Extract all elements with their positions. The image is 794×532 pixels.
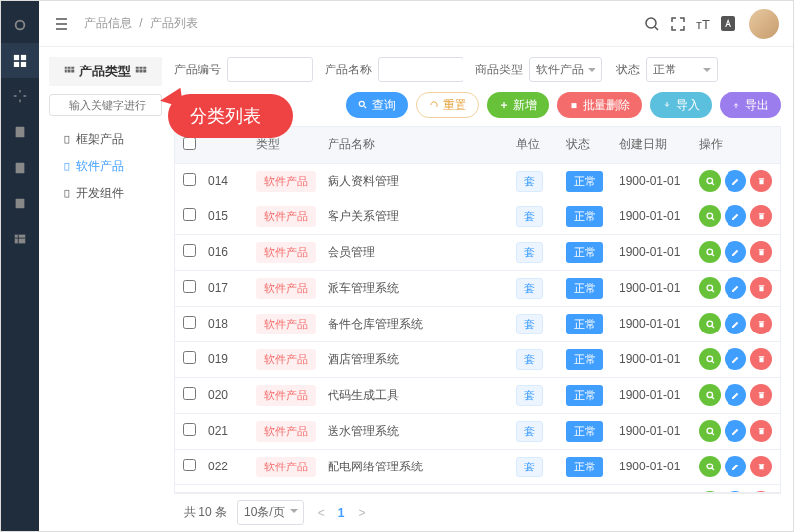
pagination: 共 10 条 10条/页 < 1 >	[174, 493, 781, 531]
language-badge[interactable]: A	[721, 16, 735, 31]
rail-dashboard[interactable]	[1, 7, 39, 43]
row-checkbox[interactable]	[183, 173, 196, 186]
cell-name: 病人资料管理	[322, 163, 510, 199]
page-prev[interactable]: <	[314, 506, 329, 520]
breadcrumb-1[interactable]: 产品信息	[84, 16, 132, 30]
unit-tag: 套	[516, 314, 543, 334]
svg-rect-19	[136, 70, 139, 73]
delete-button[interactable]	[750, 170, 772, 192]
delete-button[interactable]	[750, 456, 772, 477]
svg-rect-33	[759, 250, 763, 255]
label-name: 产品名称	[325, 62, 372, 78]
search-icon	[358, 100, 368, 110]
edit-button[interactable]	[725, 420, 746, 442]
svg-point-28	[707, 178, 713, 184]
view-button[interactable]	[699, 277, 721, 299]
rail-table[interactable]	[1, 221, 39, 257]
edit-button[interactable]	[725, 348, 746, 370]
table-row: 019软件产品酒店管理系统套正常1900-01-01	[175, 341, 780, 377]
rail-doc3[interactable]	[1, 186, 39, 221]
edit-button[interactable]	[725, 384, 746, 406]
rail-doc1[interactable]	[1, 114, 39, 150]
category-tree: 框架产品软件产品开发组件	[49, 126, 162, 206]
page-size-select[interactable]: 10条/页	[237, 500, 304, 525]
view-button[interactable]	[699, 384, 721, 406]
view-button[interactable]	[699, 241, 721, 263]
add-button[interactable]: 新增	[487, 92, 549, 118]
side-panel: 产品类型 框架产品软件产品开发组件	[39, 47, 172, 531]
row-checkbox[interactable]	[183, 423, 196, 436]
svg-rect-29	[759, 179, 763, 184]
svg-point-34	[707, 285, 713, 291]
page-current[interactable]: 1	[338, 506, 345, 520]
product-table: 类型 产品名称 单位 状态 创建日期 操作 014软件产品病人资料管理套正常19…	[175, 127, 780, 493]
row-checkbox[interactable]	[183, 387, 196, 400]
cell-name: 会员管理	[322, 234, 510, 270]
select-category[interactable]: 软件产品	[529, 57, 602, 82]
fullscreen-icon[interactable]	[669, 15, 687, 33]
rail-grid[interactable]	[1, 43, 39, 78]
label-category: 商品类型	[475, 62, 523, 78]
type-tag: 软件产品	[256, 457, 316, 477]
cell-date: 1900-01-01	[613, 234, 693, 270]
row-checkbox[interactable]	[183, 244, 196, 257]
edit-button[interactable]	[725, 170, 746, 192]
font-size-icon[interactable]: тT	[695, 15, 713, 33]
tree-item[interactable]: 框架产品	[49, 126, 162, 153]
delete-button[interactable]	[750, 348, 772, 370]
edit-button[interactable]	[725, 313, 746, 334]
delete-button[interactable]	[750, 313, 772, 334]
view-button[interactable]	[699, 170, 721, 192]
search-icon[interactable]	[643, 15, 661, 33]
input-name[interactable]	[378, 57, 463, 82]
col-unit: 单位	[510, 127, 560, 163]
svg-rect-10	[65, 66, 67, 69]
rail-target[interactable]	[1, 78, 39, 114]
tree-item[interactable]: 软件产品	[49, 153, 162, 180]
edit-button[interactable]	[725, 456, 746, 477]
row-checkbox[interactable]	[183, 459, 196, 471]
row-checkbox[interactable]	[183, 316, 196, 329]
cell-code: 016	[202, 234, 250, 270]
refresh-icon	[429, 100, 439, 110]
batch-delete-button[interactable]: 批量删除	[557, 92, 642, 118]
query-button[interactable]: 查询	[346, 92, 408, 118]
export-button[interactable]: 导出	[720, 92, 781, 118]
edit-button[interactable]	[725, 277, 746, 299]
avatar[interactable]	[749, 9, 779, 39]
view-button[interactable]	[699, 313, 721, 334]
menu-toggle-icon[interactable]	[53, 15, 70, 33]
svg-point-26	[359, 101, 364, 106]
reset-button[interactable]: 重置	[416, 92, 479, 118]
view-button[interactable]	[699, 348, 721, 370]
rail-doc2[interactable]	[1, 150, 39, 186]
filter-bar: 产品编号 产品名称 商品类型 软件产品 状态 正常	[174, 57, 781, 82]
page-next[interactable]: >	[354, 506, 369, 520]
table-scroll[interactable]: 类型 产品名称 单位 状态 创建日期 操作 014软件产品病人资料管理套正常19…	[174, 126, 781, 493]
row-checkbox[interactable]	[183, 351, 196, 364]
cell-code: 021	[202, 413, 250, 449]
view-button[interactable]	[699, 456, 721, 477]
row-checkbox[interactable]	[183, 208, 196, 221]
edit-button[interactable]	[725, 241, 746, 263]
delete-button[interactable]	[750, 420, 772, 442]
svg-point-40	[707, 392, 713, 398]
tree-search-input[interactable]	[49, 94, 162, 116]
import-button[interactable]: 导入	[650, 92, 712, 118]
delete-button[interactable]	[750, 205, 772, 227]
table-row: 023软件产品软件缺陷管理套正常1900-01-01	[175, 484, 780, 493]
delete-button[interactable]	[750, 241, 772, 263]
select-status[interactable]: 正常	[646, 57, 718, 82]
edit-button[interactable]	[725, 205, 746, 227]
tree-item[interactable]: 开发组件	[49, 180, 162, 206]
delete-button[interactable]	[750, 384, 772, 406]
row-checkbox[interactable]	[183, 280, 196, 293]
delete-button[interactable]	[750, 277, 772, 299]
checkbox-all[interactable]	[183, 137, 196, 150]
view-button[interactable]	[699, 420, 721, 442]
input-code[interactable]	[227, 57, 313, 82]
svg-point-42	[707, 428, 713, 434]
view-button[interactable]	[699, 205, 721, 227]
breadcrumb-2[interactable]: 产品列表	[150, 16, 198, 30]
svg-rect-43	[759, 429, 763, 434]
